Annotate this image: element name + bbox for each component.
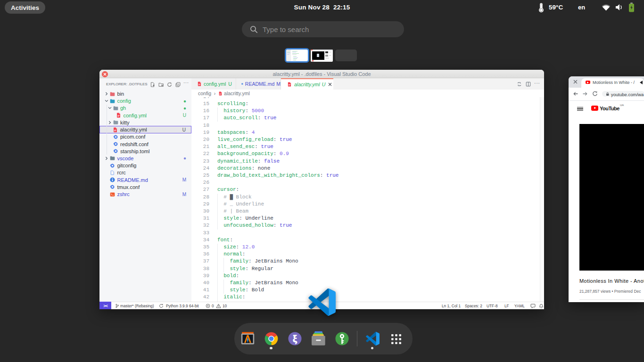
svg-text:ξ: ξ bbox=[293, 333, 297, 344]
